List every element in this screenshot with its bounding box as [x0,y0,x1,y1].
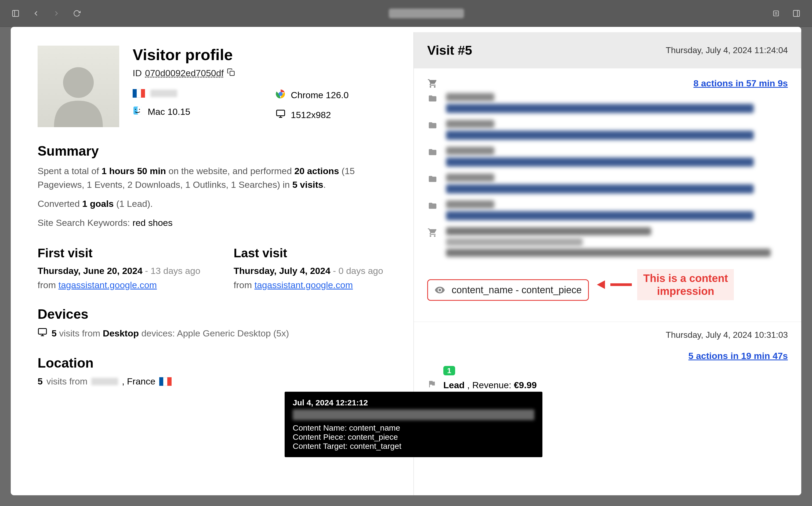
visit-4-actions-link[interactable]: 5 actions in 19 min 47s [688,351,788,361]
svg-rect-5 [794,10,800,16]
tabs-icon[interactable] [792,9,801,18]
flag-france-icon [133,89,145,98]
resolution-item: 1512x982 [276,109,397,121]
svg-rect-12 [138,106,142,114]
folder-icon [427,120,438,131]
devices-heading: Devices [38,307,397,322]
folder-icon [427,200,438,211]
folder-icon [427,174,438,184]
back-icon[interactable] [31,9,41,18]
last-visit-heading: Last visit [234,246,397,260]
forward-icon[interactable] [52,9,61,18]
svg-rect-2 [773,11,779,16]
tooltip-content-piece: Content Piece: content_piece [293,432,534,442]
content-impression-label: content_name - content_piece [452,284,582,296]
revenue-row: Lead , Revenue: €9.99 [427,380,788,391]
mac-finder-icon [133,106,142,117]
redacted-country-text [150,90,177,97]
visit-4-timestamp: Thursday, July 4, 2024 10:31:03 [414,322,801,343]
flag-france-icon [159,377,171,386]
cart-icon [427,227,438,238]
browser-item: Chrome 126.0 [276,89,397,101]
devices-text: 5 visits from Desktop devices: Apple Gen… [38,327,397,339]
svg-rect-21 [39,329,47,334]
folder-icon [427,93,438,104]
visit-5-header: Visit #5 Thursday, July 4, 2024 11:24:04 [414,32,801,68]
tooltip: Jul 4, 2024 12:21:12 Content Name: conte… [285,392,542,457]
action-row [427,147,788,169]
svg-rect-10 [230,71,234,75]
last-visit-block: Last visit Thursday, July 4, 2024 - 0 da… [234,246,397,290]
visitor-id: ID 070d0092ed7050df [133,68,397,78]
country-item [133,89,254,98]
first-visit-block: First visit Thursday, June 20, 2024 - 13… [38,246,201,290]
chrome-icon [276,89,285,101]
goal-flag-icon [427,380,437,391]
first-visit-referrer-link[interactable]: tagassistant.google.com [58,280,157,290]
tooltip-content-target: Content Target: content_target [293,442,534,451]
annotation: This is a content impression [597,269,734,300]
annotation-text: This is a content impression [637,269,734,300]
tooltip-content-name: Content Name: content_name [293,423,534,432]
svg-rect-18 [277,110,285,116]
reload-icon[interactable] [72,9,82,18]
os-item: Mac 10.15 [133,106,254,117]
visit-5-title: Visit #5 [427,43,472,58]
svg-point-13 [135,109,136,110]
cart-icon [427,78,438,89]
svg-point-9 [63,67,94,98]
action-row [427,93,788,116]
action-row [427,174,788,196]
visit-5-timestamp: Thursday, July 4, 2024 11:24:04 [666,45,788,55]
summary-text: Spent a total of 1 hours 50 min on the w… [38,164,397,191]
eye-icon [435,285,445,296]
sidebar-toggle-icon[interactable] [11,9,20,18]
location-text: 5 visits from , France [38,376,397,387]
browser-toolbar [0,0,812,27]
goals-text: Converted 1 goals (1 Lead). [38,197,397,210]
monitor-icon [276,109,285,121]
last-visit-referrer-link[interactable]: tagassistant.google.com [254,280,353,290]
summary-heading: Summary [38,143,397,159]
arrow-left-icon [597,280,605,289]
url-bar[interactable] [92,9,760,18]
desktop-icon [38,327,47,339]
svg-point-14 [139,109,140,110]
location-heading: Location [38,355,397,371]
first-visit-heading: First visit [38,246,201,260]
avatar [38,46,119,127]
svg-rect-0 [13,10,19,16]
action-row [427,227,788,259]
search-keywords: Site Search Keywords: red shoes [38,216,397,230]
visit-5-actions-link[interactable]: 8 actions in 57 min 9s [693,78,788,88]
visitor-id-value[interactable]: 070d0092ed7050df [145,68,224,78]
redacted-city [91,378,118,385]
browser-text: Chrome 126.0 [291,90,349,100]
share-icon[interactable] [771,9,781,18]
content-impression-row[interactable]: content_name - content_piece [427,279,589,301]
goal-badge: 1 [443,366,455,375]
copy-icon[interactable] [227,68,235,78]
os-text: Mac 10.15 [148,106,191,117]
action-row [427,200,788,223]
resolution-text: 1512x982 [291,110,331,120]
folder-icon [427,147,438,158]
redacted-tooltip-line [293,409,534,420]
tooltip-timestamp: Jul 4, 2024 12:21:12 [293,398,534,407]
page-title: Visitor profile [133,46,397,64]
action-row [427,120,788,143]
